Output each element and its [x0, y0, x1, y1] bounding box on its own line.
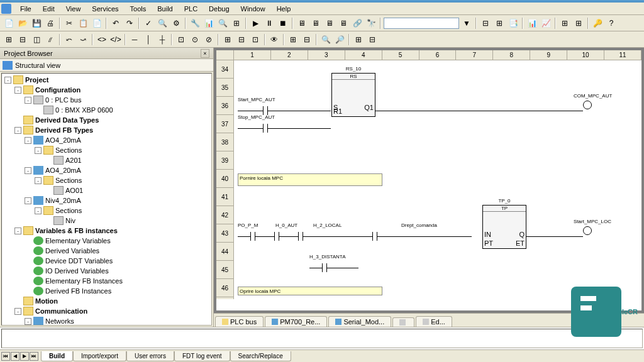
t2-s[interactable]: ⊟ [301, 33, 313, 46]
wire-tp-out[interactable] [526, 230, 583, 243]
structural-view-icon[interactable] [3, 61, 13, 70]
tree-item[interactable]: Niv [3, 216, 210, 226]
tab-errors[interactable]: User errors [126, 351, 174, 361]
comment-2[interactable]: Oprire locala MPC [238, 287, 382, 295]
t2-n[interactable]: ⊘ [203, 33, 215, 46]
tree-item[interactable]: Elementary Variables [3, 236, 210, 246]
tree-toggle-icon[interactable]: - [25, 197, 31, 204]
tree-item[interactable]: -AO4_20mA [3, 135, 210, 145]
t2-v[interactable]: ⊞ [352, 33, 365, 46]
menu-edit[interactable]: Edit [38, 4, 60, 14]
t2-u[interactable]: 🔎 [333, 33, 346, 46]
btn-m[interactable]: 📑 [507, 17, 519, 30]
screen2-icon[interactable]: 🖥 [309, 17, 322, 30]
t2-m[interactable]: ⊙ [189, 33, 201, 46]
tree-toggle-icon[interactable]: - [25, 318, 31, 325]
tree-item[interactable]: -Configuration [3, 85, 210, 95]
next-icon[interactable]: ▶ [20, 352, 29, 361]
new-icon[interactable]: 📄 [3, 17, 15, 30]
tree-item[interactable]: IO Derived Variables [3, 266, 210, 276]
btn-e[interactable]: 🔍 [216, 17, 229, 30]
btn-b[interactable]: ⚙ [170, 17, 182, 30]
t2-g[interactable]: <> [96, 33, 108, 46]
tree-item[interactable]: -Communication [3, 306, 210, 316]
t2-a[interactable]: ⊞ [3, 33, 15, 46]
btn-c[interactable]: 🔧 [189, 17, 201, 30]
toolbar-combo[interactable] [384, 18, 459, 29]
prev-icon[interactable]: ◀ [11, 352, 19, 361]
t2-p[interactable]: ⊟ [235, 33, 248, 46]
tree-item[interactable]: Motion [3, 296, 210, 306]
redo-icon[interactable]: ↷ [123, 17, 136, 30]
save-icon[interactable]: 💾 [30, 17, 43, 30]
print-icon[interactable]: 🖨 [44, 17, 57, 30]
ladder-grid[interactable]: RS_10 RS S Q1 R1 Start_MPC_AUT Stop_MPC_… [234, 60, 641, 299]
t2-b[interactable]: ⊟ [16, 33, 29, 46]
screen3-icon[interactable]: 🖥 [323, 17, 336, 30]
btn-n[interactable]: 📊 [526, 17, 538, 30]
menu-debug[interactable]: Debug [204, 4, 234, 14]
tree-item[interactable]: Derived Variables [3, 246, 210, 256]
tree-toggle-icon[interactable]: - [14, 308, 21, 315]
t2-w[interactable]: ⊟ [366, 33, 379, 46]
btn-j[interactable]: 🔗 [351, 17, 364, 30]
t2-h[interactable]: </> [109, 33, 122, 46]
t2-l[interactable]: ⊡ [175, 33, 187, 46]
t2-f[interactable]: ⤻ [77, 33, 89, 46]
screen4-icon[interactable]: 🖥 [337, 17, 350, 30]
contact-h3[interactable]: H_3_DISTANTA [309, 261, 360, 274]
tree-toggle-icon[interactable]: - [14, 127, 21, 134]
undo-icon[interactable]: ↶ [109, 17, 122, 30]
btn-k[interactable]: ⊟ [479, 17, 492, 30]
tree-item[interactable]: -AO4_20mA [3, 165, 210, 175]
t2-o[interactable]: ⊞ [221, 33, 234, 46]
tree-toggle-icon[interactable]: - [14, 87, 21, 94]
open-icon[interactable]: 📂 [16, 17, 29, 30]
tree-item[interactable]: Derived Data Types [3, 115, 210, 125]
menu-window[interactable]: Window [236, 4, 270, 14]
btn-o[interactable]: 📈 [540, 17, 552, 30]
doc-tab[interactable]: PLC bus [215, 316, 264, 327]
menu-build[interactable]: Build [152, 4, 177, 14]
tree-item[interactable]: -Variables & FB instances [3, 226, 210, 236]
tree-toggle-icon[interactable]: - [35, 177, 42, 184]
wire-q1[interactable] [375, 104, 583, 117]
tp-block[interactable]: TP_0 TP IN Q PT ET [482, 205, 526, 249]
btn-f[interactable]: ⊞ [230, 17, 243, 30]
tab-search[interactable]: Search/Replace [230, 351, 291, 361]
t2-d[interactable]: ⫽ [44, 33, 57, 46]
tree-item[interactable]: Derived FB Instances [3, 286, 210, 296]
t2-c[interactable]: ◫ [30, 33, 43, 46]
tree-item[interactable]: -Derived FB Types [3, 125, 210, 135]
ladder-editor[interactable]: 1 2 3 4 5 6 7 8 9 10 11 3435363738394041… [216, 50, 641, 310]
tree-toggle-icon[interactable]: - [25, 137, 31, 144]
tree-toggle-icon[interactable]: - [14, 228, 21, 234]
key-icon[interactable]: 🔑 [591, 17, 604, 30]
tree-item[interactable]: -Niv4_20mA [3, 195, 210, 206]
rung-43[interactable]: PO_P_M H_0_AUT H_2_LOCAL Drept_comanda [238, 230, 483, 243]
menu-help[interactable]: Help [272, 4, 296, 14]
t2-q[interactable]: ⊡ [249, 33, 262, 46]
doc-tab[interactable]: PM700_Re... [265, 316, 327, 327]
close-icon[interactable]: × [201, 49, 209, 58]
btn-p[interactable]: ⊞ [558, 17, 571, 30]
menu-services[interactable]: Services [87, 4, 123, 14]
tree-item[interactable]: -Sections [3, 206, 210, 216]
cut-icon[interactable]: ✂ [63, 17, 75, 30]
output-content[interactable] [1, 329, 643, 348]
screen1-icon[interactable]: 🖥 [296, 17, 308, 30]
tree-toggle-icon[interactable]: - [4, 77, 11, 84]
btn-a[interactable]: 🔍 [156, 17, 169, 30]
t2-i[interactable]: ─ [128, 33, 141, 46]
tree-item[interactable]: -Networks [3, 316, 210, 326]
btn-q[interactable]: ⊞ [572, 17, 585, 30]
tab-build[interactable]: Build [41, 351, 73, 361]
rs-block[interactable]: RS_10 RS S Q1 R1 [331, 73, 375, 117]
binoculars-icon[interactable]: 🔭 [365, 17, 377, 30]
t2-t[interactable]: 🔍 [319, 33, 332, 46]
doc-tab[interactable] [392, 317, 414, 327]
tree-item[interactable]: A201 [3, 155, 210, 165]
validate-icon[interactable]: ✓ [142, 17, 155, 30]
tree-item[interactable]: Elementary FB Instances [3, 276, 210, 286]
contact-stop[interactable]: Stop_MPC_AUT [238, 122, 332, 134]
